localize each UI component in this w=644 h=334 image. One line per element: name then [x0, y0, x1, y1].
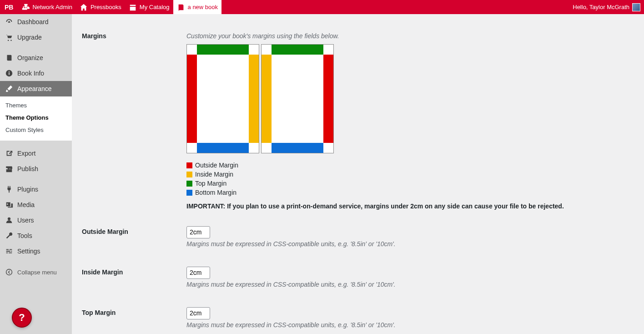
- collapse-label: Collapse menu: [17, 269, 57, 276]
- sidebar-item-upgrade[interactable]: Upgrade: [0, 30, 72, 45]
- store-icon: [5, 165, 14, 173]
- adminbar-network-admin[interactable]: Network Admin: [18, 0, 75, 14]
- content-area: Margins Customize your book's margins us…: [72, 14, 644, 334]
- margins-important-note: IMPORTANT: If you plan to use a print-on…: [186, 202, 630, 210]
- adminbar-label: a new book: [188, 4, 218, 10]
- greeting-text: Hello, Taylor McGrath: [573, 4, 629, 10]
- sidebar-item-organize[interactable]: Organize: [0, 50, 72, 66]
- hint-outside: Margins must be expressed in CSS-compati…: [186, 240, 630, 248]
- sidebar-item-label: Appearance: [17, 85, 52, 92]
- media-icon: [5, 201, 14, 209]
- diagram-outside-margin: [323, 55, 333, 143]
- swatch-inside: [186, 172, 192, 177]
- margins-legend: Outside Margin Inside Margin Top Margin …: [186, 162, 630, 196]
- collapse-menu[interactable]: Collapse menu: [0, 264, 72, 280]
- cart-icon: [5, 33, 14, 41]
- sidebar-item-label: Export: [17, 150, 35, 157]
- user-icon: [5, 216, 14, 224]
- pressbooks-logo[interactable]: PB: [0, 0, 18, 14]
- submenu-appearance: ThemesTheme OptionsCustom Styles: [0, 96, 72, 141]
- avatar: [632, 3, 640, 11]
- diagram-top-margin: [197, 45, 249, 55]
- sidebar-item-export[interactable]: Export: [0, 146, 72, 161]
- brush-icon: [5, 85, 14, 93]
- admin-sidebar: DashboardUpgradeOrganizeBook InfoAppeara…: [0, 14, 72, 334]
- svg-point-3: [6, 269, 12, 275]
- diagram-right-page: [261, 44, 334, 153]
- adminbar-my-catalog[interactable]: My Catalog: [125, 0, 173, 14]
- adminbar-a-new-book[interactable]: a new book: [173, 0, 222, 14]
- catalog-icon: [129, 3, 137, 11]
- diagram-inside-margin: [249, 55, 259, 143]
- sidebar-item-label: Publish: [17, 165, 38, 172]
- diagram-bottom-margin: [197, 143, 249, 153]
- diagram-top-margin: [272, 45, 323, 55]
- sidebar-item-label: Users: [17, 217, 34, 224]
- sidebar-item-publish[interactable]: Publish: [0, 161, 72, 177]
- sliders-icon: [5, 247, 14, 255]
- admin-bar: PB Network AdminPressbooksMy Cataloga ne…: [0, 0, 644, 14]
- sidebar-item-appearance[interactable]: Appearance: [0, 81, 72, 96]
- submenu-item-theme-options[interactable]: Theme Options: [0, 111, 72, 124]
- diagram-inside-margin: [262, 55, 272, 143]
- sidebar-item-label: Upgrade: [17, 34, 42, 41]
- export-icon: [5, 149, 14, 157]
- sitemap-icon: [21, 3, 30, 11]
- input-top-margin[interactable]: [186, 307, 210, 319]
- field-label-inside: Inside Margin: [82, 259, 182, 300]
- adminbar-label: Network Admin: [32, 4, 72, 10]
- diagram-outside-margin: [187, 55, 197, 143]
- adminbar-pressbooks[interactable]: Pressbooks: [76, 0, 125, 14]
- submenu-item-themes[interactable]: Themes: [0, 99, 72, 111]
- submenu-item-custom-styles[interactable]: Custom Styles: [0, 124, 72, 136]
- sidebar-item-book-info[interactable]: Book Info: [0, 66, 72, 81]
- legend-inside: Inside Margin: [195, 171, 233, 178]
- wrench-icon: [5, 232, 14, 240]
- info-icon: [5, 69, 14, 77]
- margins-description: Customize your book's margins using the …: [186, 32, 630, 40]
- adminbar-label: Pressbooks: [91, 4, 121, 10]
- sidebar-item-label: Dashboard: [17, 18, 49, 25]
- sidebar-item-media[interactable]: Media: [0, 197, 72, 213]
- swatch-top: [186, 181, 192, 187]
- margins-diagram: [186, 44, 630, 153]
- home-icon: [80, 3, 88, 11]
- field-label-top: Top Margin: [82, 300, 182, 334]
- swatch-outside: [186, 162, 192, 168]
- diagram-bottom-margin: [272, 143, 323, 153]
- adminbar-label: My Catalog: [140, 4, 170, 10]
- sidebar-item-label: Organize: [17, 54, 43, 61]
- legend-outside: Outside Margin: [195, 162, 238, 169]
- help-beacon[interactable]: ?: [12, 308, 32, 328]
- sidebar-item-label: Media: [17, 201, 35, 208]
- user-greeting[interactable]: Hello, Taylor McGrath: [569, 0, 644, 14]
- sidebar-item-users[interactable]: Users: [0, 213, 72, 228]
- legend-top: Top Margin: [195, 180, 226, 187]
- legend-bottom: Bottom Margin: [195, 189, 236, 196]
- book-icon: [177, 3, 185, 11]
- hint-top: Margins must be expressed in CSS-compati…: [186, 321, 630, 329]
- sidebar-item-label: Book Info: [17, 70, 44, 77]
- margins-heading: Margins: [82, 23, 182, 219]
- book-closed-icon: [5, 54, 14, 62]
- sidebar-item-label: Plugins: [17, 186, 38, 193]
- gauge-icon: [5, 18, 14, 26]
- sidebar-item-settings[interactable]: Settings: [0, 243, 72, 259]
- field-label-outside: Outside Margin: [82, 219, 182, 259]
- sidebar-item-label: Settings: [17, 248, 40, 255]
- input-inside-margin[interactable]: [186, 267, 210, 279]
- sidebar-item-tools[interactable]: Tools: [0, 228, 72, 243]
- sidebar-item-dashboard[interactable]: Dashboard: [0, 14, 72, 30]
- sidebar-item-plugins[interactable]: Plugins: [0, 182, 72, 197]
- diagram-left-page: [186, 44, 259, 153]
- swatch-bottom: [186, 190, 192, 196]
- sidebar-item-label: Tools: [17, 232, 32, 239]
- svg-rect-1: [9, 72, 10, 75]
- svg-rect-2: [9, 71, 10, 72]
- input-outside-margin[interactable]: [186, 226, 210, 238]
- hint-inside: Margins must be expressed in CSS-compati…: [186, 281, 630, 288]
- plug-icon: [5, 185, 14, 193]
- collapse-icon: [5, 268, 14, 276]
